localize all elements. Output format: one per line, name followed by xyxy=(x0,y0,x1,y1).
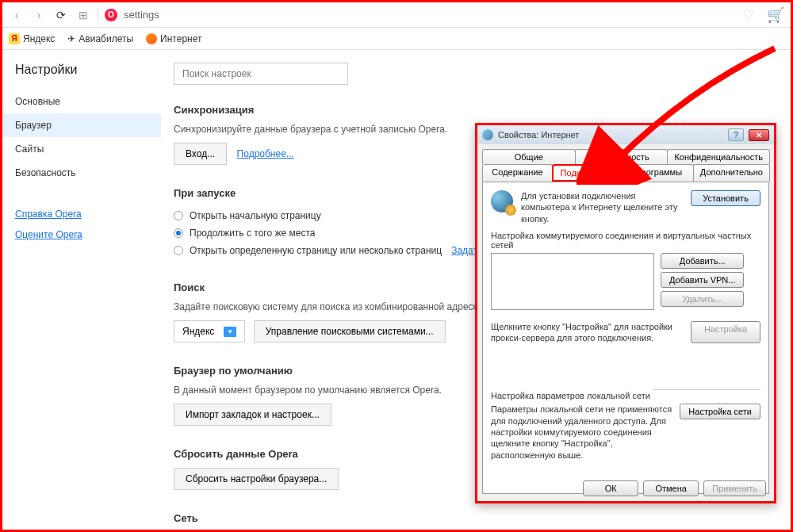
radio-icon xyxy=(174,246,183,255)
browser-toolbar: ‹ › ⟳ ⊞ O settings ♡ 🛒 xyxy=(2,2,791,28)
tab-general[interactable]: Общие xyxy=(482,149,576,164)
install-button[interactable]: Установить xyxy=(691,190,760,206)
cancel-button[interactable]: Отмена xyxy=(643,480,699,496)
delete-button[interactable]: Удалить... xyxy=(661,291,744,307)
sidebar-link-help[interactable]: Справка Opera xyxy=(2,204,161,224)
bookmark-avia[interactable]: ✈ Авиабилеты xyxy=(67,33,133,44)
yandex-icon: Я xyxy=(9,33,20,44)
dialog-title: Свойства: Интернет xyxy=(498,130,723,140)
chevron-down-icon: ▼ xyxy=(224,327,236,337)
globe-icon xyxy=(482,129,493,140)
sidebar-item-basic[interactable]: Основные xyxy=(2,90,161,113)
lan-settings-button[interactable]: Настройка сети xyxy=(680,404,760,419)
manage-search-button[interactable]: Управление поисковыми системами... xyxy=(254,320,446,343)
tab-privacy[interactable]: Конфиденциальность xyxy=(667,149,770,164)
dialog-titlebar[interactable]: Свойства: Интернет ? ✕ xyxy=(477,125,774,144)
login-button[interactable]: Вход... xyxy=(174,143,227,165)
radio-icon xyxy=(174,211,183,220)
setup-text: Для установки подключения компьютера к И… xyxy=(521,190,683,224)
sidebar-item-sites[interactable]: Сайты xyxy=(2,137,161,161)
sidebar-item-browser[interactable]: Браузер xyxy=(2,113,161,137)
bookmark-label: Интернет xyxy=(160,33,201,44)
add-button[interactable]: Добавить... xyxy=(661,253,744,269)
forward-button[interactable]: › xyxy=(31,7,47,23)
dialog-body: Для установки подключения компьютера к И… xyxy=(482,182,769,494)
connections-listbox[interactable] xyxy=(491,253,654,310)
firefox-icon xyxy=(146,33,157,44)
opera-icon: O xyxy=(105,9,117,21)
bookmarks-bar: Я Яндекс ✈ Авиабилеты Интернет xyxy=(2,28,791,50)
ok-button[interactable]: ОК xyxy=(583,480,638,496)
sidebar-title: Настройки xyxy=(2,63,161,90)
reload-button[interactable]: ⟳ xyxy=(53,7,69,23)
close-button[interactable]: ✕ xyxy=(749,129,769,141)
help-button[interactable]: ? xyxy=(728,128,744,141)
tab-connections[interactable]: Подключения xyxy=(552,164,624,182)
bookmark-label: Авиабилеты xyxy=(79,33,133,44)
internet-properties-dialog: Свойства: Интернет ? ✕ Общие Безопасност… xyxy=(475,123,776,503)
cart-icon[interactable]: 🛒 xyxy=(767,6,784,24)
search-engine-select[interactable]: Яндекс▼ xyxy=(174,320,245,343)
bookmark-label: Яндекс xyxy=(23,33,55,44)
dialog-tabs: Общие Безопасность Конфиденциальность Со… xyxy=(477,144,774,182)
add-vpn-button[interactable]: Добавить VPN... xyxy=(661,272,744,288)
radio-icon xyxy=(174,228,183,238)
search-settings-input[interactable] xyxy=(174,63,348,85)
lan-desc: Параметры локальной сети не применяются … xyxy=(491,404,673,460)
tab-security[interactable]: Безопасность xyxy=(575,149,668,164)
import-bookmarks-button[interactable]: Импорт закладок и настроек... xyxy=(174,404,331,426)
reset-button[interactable]: Сбросить настройки браузера... xyxy=(174,468,339,490)
bookmark-internet[interactable]: Интернет xyxy=(146,33,201,44)
connection-globe-icon xyxy=(491,190,513,212)
tab-programs[interactable]: Программы xyxy=(623,164,694,182)
speed-dial-button[interactable]: ⊞ xyxy=(75,7,91,23)
tab-advanced[interactable]: Дополнительно xyxy=(693,164,770,182)
sidebar-link-rate[interactable]: Оцените Opera xyxy=(2,224,161,245)
section-title: Синхронизация xyxy=(174,104,778,116)
config-button[interactable]: Настройка xyxy=(691,321,760,344)
lan-label: Настройка параметров локальной сети xyxy=(491,391,650,400)
tab-content[interactable]: Содержание xyxy=(482,164,553,182)
bookmark-yandex[interactable]: Я Яндекс xyxy=(9,33,55,44)
apply-button[interactable]: Применить xyxy=(703,480,766,496)
section-title: Сеть xyxy=(174,512,778,524)
plane-icon: ✈ xyxy=(67,33,75,44)
dialup-label: Настройка коммутируемого соединения и ви… xyxy=(491,231,757,250)
bookmark-heart-icon[interactable]: ♡ xyxy=(743,7,754,22)
dialog-footer: ОК Отмена Применить xyxy=(583,480,766,496)
back-button[interactable]: ‹ xyxy=(9,7,25,23)
settings-sidebar: Настройки Основные Браузер Сайты Безопас… xyxy=(2,50,161,530)
section-network: Сеть Opera использует системные настройк… xyxy=(174,512,778,530)
url-bar[interactable]: settings xyxy=(124,9,737,21)
sync-more-link[interactable]: Подробнее... xyxy=(237,148,294,159)
proxy-desc: Щелкните кнопку "Настройка" для настройк… xyxy=(491,321,684,344)
sidebar-item-security[interactable]: Безопасность xyxy=(2,161,161,185)
